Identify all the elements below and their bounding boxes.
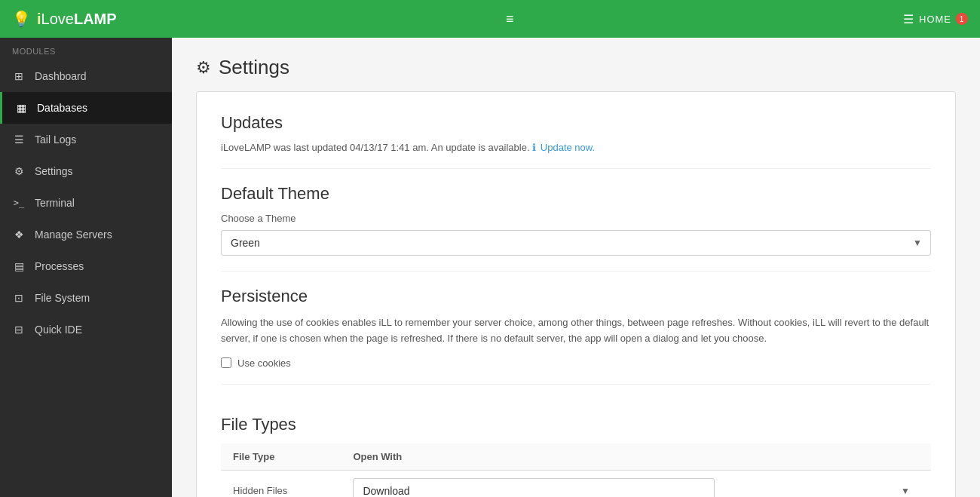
sidebar-item-label: Processes bbox=[35, 260, 84, 272]
sidebar-item-databases[interactable]: ▦ Databases bbox=[0, 92, 172, 124]
page-header: ⚙ Settings bbox=[172, 38, 980, 91]
choose-theme-label: Choose a Theme bbox=[221, 213, 931, 224]
use-cookies-text: Use cookies bbox=[237, 357, 291, 369]
sidebar-item-label: Manage Servers bbox=[35, 229, 112, 241]
theme-select[interactable]: Green Blue Dark Light bbox=[221, 230, 931, 256]
sidebar-item-label: Databases bbox=[37, 102, 87, 114]
default-theme-title: Default Theme bbox=[221, 184, 931, 204]
tail-logs-icon: ☰ bbox=[12, 133, 26, 146]
sidebar-item-dashboard[interactable]: ⊞ Dashboard bbox=[0, 60, 172, 92]
updates-section: Updates iLoveLAMP was last updated 04/13… bbox=[221, 113, 931, 153]
sidebar-item-label: Dashboard bbox=[35, 70, 87, 82]
persistence-section: Persistence Allowing the use of cookies … bbox=[221, 287, 931, 369]
sidebar-item-quick-ide[interactable]: ⊟ Quick IDE bbox=[0, 314, 172, 345]
sidebar-item-label: Tail Logs bbox=[35, 133, 76, 146]
persistence-description: Allowing the use of cookies enables iLL … bbox=[221, 315, 931, 347]
file-type-cell: Hidden Files bbox=[221, 470, 341, 497]
use-cookies-label[interactable]: Use cookies bbox=[221, 357, 931, 369]
navbar-right: ☰ HOME 1 bbox=[903, 12, 968, 26]
default-theme-section: Default Theme Choose a Theme Green Blue … bbox=[221, 184, 931, 256]
use-cookies-checkbox[interactable] bbox=[221, 357, 231, 368]
sidebar-item-label: Settings bbox=[35, 165, 73, 177]
update-now-link[interactable]: Update now. bbox=[541, 142, 595, 153]
table-row: Hidden Files Download ▼ bbox=[221, 470, 931, 497]
sidebar-item-file-system[interactable]: ⊡ File System bbox=[0, 282, 172, 314]
persistence-title: Persistence bbox=[221, 287, 931, 306]
bulb-icon: 💡 bbox=[12, 10, 31, 28]
home-list-icon: ☰ bbox=[903, 12, 914, 26]
updates-title: Updates bbox=[221, 113, 931, 133]
brand-logo[interactable]: 💡 iLoveLAMP bbox=[12, 10, 117, 28]
content-area: ⚙ Settings Updates iLoveLAMP was last up… bbox=[172, 38, 980, 497]
sidebar-item-settings[interactable]: ⚙ Settings bbox=[0, 155, 172, 187]
sidebar-item-label: File System bbox=[35, 292, 90, 304]
databases-icon: ▦ bbox=[14, 101, 28, 115]
open-with-cell: Download ▼ bbox=[341, 470, 931, 497]
brand-lamp: LAMP bbox=[74, 11, 117, 27]
dashboard-icon: ⊞ bbox=[12, 69, 26, 83]
brand-text: iLoveLAMP bbox=[37, 11, 117, 28]
divider-1 bbox=[221, 168, 931, 169]
quick-ide-icon: ⊟ bbox=[12, 323, 26, 336]
hamburger-icon: ≡ bbox=[506, 11, 514, 26]
info-icon: ℹ bbox=[532, 142, 536, 153]
sidebar-item-label: Terminal bbox=[35, 197, 75, 209]
sidebar-item-label: Quick IDE bbox=[35, 324, 82, 336]
table-header-row: File Type Open With bbox=[221, 443, 931, 471]
col-file-type: File Type bbox=[221, 443, 341, 471]
page-title: Settings bbox=[219, 56, 289, 79]
menu-toggle-button[interactable]: ≡ bbox=[506, 11, 514, 27]
settings-card: Updates iLoveLAMP was last updated 04/13… bbox=[196, 91, 956, 497]
terminal-icon: >_ bbox=[12, 196, 26, 210]
home-label[interactable]: HOME bbox=[919, 14, 951, 25]
theme-select-wrapper: Green Blue Dark Light ▼ bbox=[221, 230, 931, 256]
sidebar: Modules ⊞ Dashboard ▦ Databases ☰ Tail L… bbox=[0, 38, 172, 497]
processes-icon: ▤ bbox=[12, 259, 26, 273]
page-gear-icon: ⚙ bbox=[196, 58, 211, 78]
open-with-select-wrapper: Download ▼ bbox=[353, 478, 919, 497]
file-types-table: File Type Open With Hidden Files Downloa… bbox=[221, 443, 931, 497]
open-with-select[interactable]: Download bbox=[353, 478, 715, 497]
sidebar-item-manage-servers[interactable]: ❖ Manage Servers bbox=[0, 219, 172, 250]
sidebar-item-tail-logs[interactable]: ☰ Tail Logs bbox=[0, 124, 172, 155]
navbar: 💡 iLoveLAMP ≡ ☰ HOME 1 bbox=[0, 0, 980, 38]
divider-3 bbox=[221, 384, 931, 385]
divider-2 bbox=[221, 271, 931, 272]
sidebar-item-terminal[interactable]: >_ Terminal bbox=[0, 187, 172, 219]
settings-icon: ⚙ bbox=[12, 164, 26, 178]
chevron-down-icon-2: ▼ bbox=[901, 486, 910, 496]
home-badge: 1 bbox=[956, 13, 968, 25]
update-text: iLoveLAMP was last updated 04/13/17 1:41… bbox=[221, 142, 931, 153]
manage-servers-icon: ❖ bbox=[12, 228, 26, 241]
main-layout: Modules ⊞ Dashboard ▦ Databases ☰ Tail L… bbox=[0, 38, 980, 497]
file-types-section: File Types File Type Open With Hidden Fi… bbox=[221, 400, 931, 497]
sidebar-section-label: Modules bbox=[0, 38, 172, 60]
file-types-title: File Types bbox=[221, 415, 931, 434]
brand-love: Love bbox=[41, 11, 74, 27]
update-description: iLoveLAMP was last updated 04/13/17 1:41… bbox=[221, 142, 530, 153]
file-system-icon: ⊡ bbox=[12, 291, 26, 305]
col-open-with: Open With bbox=[341, 443, 931, 471]
sidebar-item-processes[interactable]: ▤ Processes bbox=[0, 250, 172, 282]
